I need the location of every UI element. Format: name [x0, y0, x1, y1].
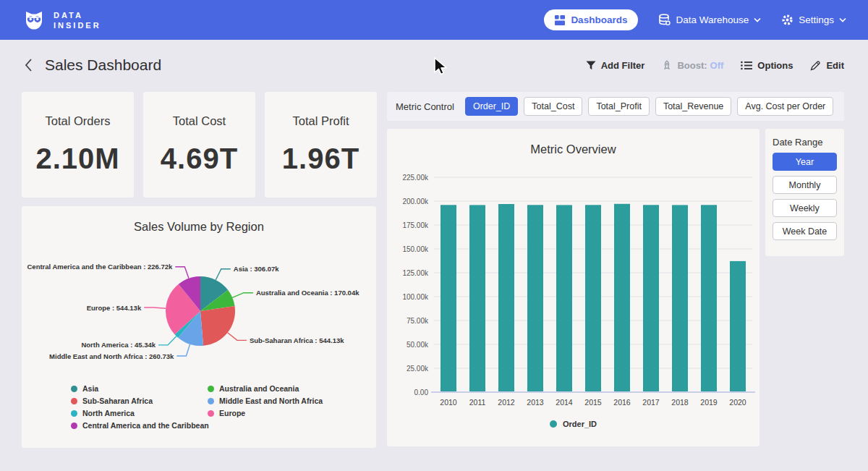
pie-chart-title: Sales Volume by Region [22, 206, 376, 234]
pie-legend-item-asia[interactable]: Asia [71, 384, 208, 393]
metric-option-total-profit[interactable]: Total_Profit [588, 97, 650, 116]
pie-leader-line [176, 344, 190, 356]
pie-legend-item-australia-and-oceania[interactable]: Australia and Oceania [208, 384, 323, 393]
data-warehouse-label: Data Warehouse [676, 14, 749, 25]
owl-logo-icon [22, 8, 46, 33]
dashboards-button[interactable]: Dashboards [544, 9, 638, 30]
y-axis-tick-label: 75.00k [407, 317, 429, 325]
bar-2016[interactable] [614, 204, 630, 391]
pie-legend-item-central-america-and-the-caribbean[interactable]: Central America and the Caribbean [71, 421, 208, 430]
bar-chart-card: Metric Overview 0.0025.00k50.00k75.00k10… [387, 129, 760, 446]
boost-label: Boost: [677, 60, 707, 71]
metric-option-order-id[interactable]: Order_ID [465, 97, 518, 116]
database-icon [658, 14, 671, 26]
metric-control-bar: Metric Control Order_IDTotal_CostTotal_P… [387, 92, 844, 121]
x-axis-tick-label: 2019 [700, 398, 718, 407]
y-axis-tick-label: 200.00k [402, 198, 429, 205]
metric-option-total-cost[interactable]: Total_Cost [524, 97, 582, 116]
kpi-card-total-cost: Total Cost 4.69T [143, 92, 255, 198]
pie-legend-item-north-america[interactable]: North America [71, 409, 208, 417]
bar-2019[interactable] [701, 205, 717, 391]
chevron-left-icon [24, 58, 33, 72]
pie-legend-item-sub-saharan-africa[interactable]: Sub-Saharan Africa [71, 396, 208, 405]
legend-label: Europe [219, 409, 245, 417]
add-filter-label: Add Filter [601, 60, 645, 71]
bar-2015[interactable] [585, 205, 601, 391]
legend-dot [208, 398, 214, 404]
pie-slice-label: Sub-Saharan Africa : 544.13k [250, 336, 344, 344]
boost-toggle[interactable]: Boost: Off [662, 60, 723, 71]
y-axis-tick-label: 125.00k [402, 269, 429, 277]
filter-funnel-icon [586, 61, 596, 70]
pie-slice-label: Europe : 544.13k [87, 304, 142, 312]
bar-chart-title: Metric Overview [387, 129, 760, 156]
top-nav: DATA INSIDER Dashboards D [0, 0, 868, 40]
legend-dot [550, 420, 557, 428]
kpi-value: 2.10M [35, 143, 119, 175]
pie-slice-sub-saharan-africa[interactable] [200, 306, 235, 346]
edit-button[interactable]: Edit [810, 60, 844, 71]
legend-label: Australia and Oceania [219, 384, 299, 393]
metric-option-total-revenue[interactable]: Total_Revenue [655, 97, 731, 116]
back-button[interactable] [24, 58, 33, 72]
pie-legend-item-middle-east-and-north-africa[interactable]: Middle East and North Africa [208, 396, 323, 405]
legend-label: North America [82, 409, 135, 417]
date-range-option-weekly[interactable]: Weekly [773, 199, 837, 217]
x-axis-tick-label: 2016 [613, 398, 631, 407]
metric-control-options: Order_IDTotal_CostTotal_ProfitTotal_Reve… [465, 97, 833, 116]
legend-dot [71, 423, 77, 429]
bar-2013[interactable] [527, 205, 543, 391]
dashboards-label: Dashboards [571, 14, 627, 25]
bar-2012[interactable] [498, 204, 514, 391]
kpi-label: Total Cost [173, 114, 226, 128]
bar-2020[interactable] [730, 261, 746, 391]
pie-leader-line [232, 293, 253, 298]
bar-2011[interactable] [469, 205, 485, 391]
legend-dot [208, 386, 214, 392]
date-range-option-monthly[interactable]: Monthly [773, 176, 837, 194]
kpi-value: 1.96T [282, 143, 359, 175]
bar-2014[interactable] [556, 205, 572, 391]
x-axis-tick-label: 2020 [729, 398, 746, 407]
bar-chart-legend: Order_ID [387, 420, 760, 428]
bar-2017[interactable] [643, 205, 659, 391]
x-axis-tick-label: 2015 [584, 398, 602, 407]
pie-slice-label: Australia and Oceania : 170.04k [256, 289, 359, 297]
kpi-card-total-profit: Total Profit 1.96T [265, 92, 377, 198]
kpi-row: Total Orders 2.10M Total Cost 4.69T Tota… [22, 92, 377, 198]
y-axis-tick-label: 175.00k [402, 221, 429, 229]
brand-logo[interactable]: DATA INSIDER [22, 8, 101, 33]
y-axis-tick-label: 50.00k [407, 341, 429, 349]
y-axis-tick-label: 25.00k [407, 365, 429, 373]
x-axis-tick-label: 2013 [527, 398, 544, 407]
pie-slice-label: Asia : 306.07k [234, 265, 280, 273]
y-axis-tick-label: 0.00 [414, 389, 429, 396]
pie-leader-line [144, 307, 166, 308]
pie-legend: AsiaSub-Saharan AfricaNorth AmericaCentr… [71, 384, 323, 430]
legend-label: Central America and the Caribbean [82, 421, 209, 430]
brand-line1: DATA [54, 11, 101, 20]
metric-control-label: Metric Control [396, 101, 454, 112]
pie-slice-label: Central America and the Caribbean : 226.… [27, 263, 173, 271]
bar-2010[interactable] [441, 205, 456, 391]
legend-dot [71, 398, 77, 404]
pie-leader-line [228, 333, 247, 341]
rocket-icon [662, 60, 672, 71]
data-warehouse-menu[interactable]: Data Warehouse [658, 14, 761, 26]
brand-text: DATA INSIDER [54, 11, 101, 30]
legend-label: Sub-Saharan Africa [82, 396, 153, 405]
settings-menu[interactable]: Settings [781, 14, 846, 26]
metric-option-avg-cost-per-order[interactable]: Avg. Cost per Order [737, 97, 833, 116]
boost-state: Off [710, 60, 724, 71]
brand-line2: INSIDER [54, 21, 101, 30]
edit-label: Edit [826, 60, 844, 71]
chevron-down-icon [839, 17, 846, 22]
date-range-option-week-date[interactable]: Week Date [773, 222, 837, 240]
pie-legend-item-europe[interactable]: Europe [208, 409, 323, 417]
bar-2018[interactable] [672, 205, 688, 391]
x-axis-tick-label: 2017 [642, 398, 660, 407]
options-button[interactable]: Options [741, 60, 793, 71]
date-range-option-year[interactable]: Year [773, 153, 837, 171]
kpi-label: Total Orders [46, 114, 111, 128]
add-filter-button[interactable]: Add Filter [586, 60, 645, 71]
